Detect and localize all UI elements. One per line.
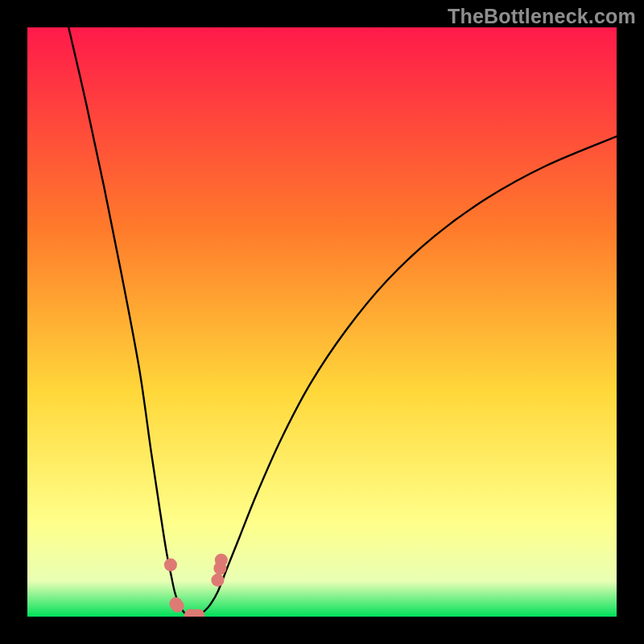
- watermark-text: TheBottleneck.com: [448, 5, 636, 28]
- data-marker: [215, 554, 228, 567]
- chart-frame: TheBottleneck.com: [0, 0, 644, 644]
- data-marker: [211, 574, 224, 587]
- data-marker: [164, 559, 177, 572]
- data-marker: [171, 600, 184, 613]
- bottleneck-curve-chart: [27, 27, 617, 617]
- plot-area: [27, 27, 617, 617]
- gradient-background: [27, 27, 617, 617]
